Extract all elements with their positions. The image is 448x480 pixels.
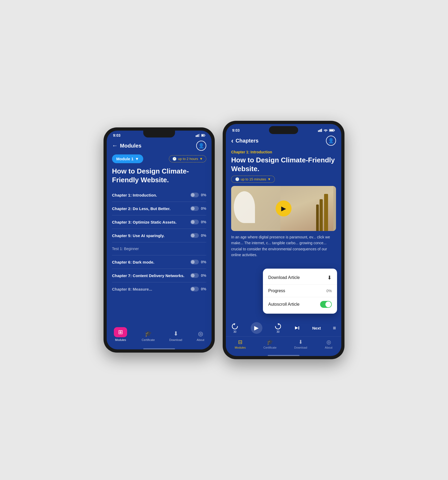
nav-about-1[interactable]: ◎ About [197,330,204,341]
clock-icon-1: 🕐 [172,157,177,161]
progress-4: 0% [190,233,206,238]
menu-download-article[interactable]: Download Article ⬇ [263,271,337,285]
course-title-1: How to Design Climate-Friendly Website. [107,166,212,188]
module-button[interactable]: Module 1 ▼ [112,154,143,163]
nav-modules-bg: ⊞ [114,327,127,337]
brush-2 [320,199,323,231]
toggle-7[interactable] [190,273,199,278]
time-1: 9:03 [113,133,120,137]
certificate-icon-1: 🎓 [145,330,152,337]
module-dropdown-icon: ▼ [135,157,139,161]
header-title-1: Modules [120,143,141,149]
chapter-name-5: Test 1: Beginner [112,247,206,251]
svg-rect-0 [196,135,196,137]
nav-download-2[interactable]: ⬇ Download [294,339,307,349]
phone-1: 9:03 ← Modules [104,127,215,353]
next-label: Next [312,326,321,330]
signal-icon-2 [318,129,322,132]
nav-modules-2[interactable]: ⊟ Modules [235,339,246,349]
next-button[interactable]: Next [312,326,321,330]
chapter-item-8[interactable]: Chapter 8: Measure... 0% [112,282,206,296]
time-dropdown-2: ▼ [267,177,271,181]
phone-2-screen: 9:03 [226,124,341,356]
brush-3 [316,205,319,231]
video-thumbnail[interactable]: ▶ [231,186,336,231]
nav-certificate-label-2: Certificate [263,346,277,349]
back-button-1[interactable]: ← [112,142,118,149]
nav-modules-1[interactable]: ⊞ Modules [114,327,127,341]
pct-6: 0% [201,260,206,264]
module-label: Module 1 [116,157,133,161]
chapter-item-5[interactable]: Test 1: Beginner [112,242,206,255]
progress-value: 0% [326,289,332,293]
toggle-3[interactable] [190,220,199,224]
menu-autoscroll[interactable]: Autoscroll Article [263,297,337,312]
nav-download-label-1: Download [169,338,182,341]
avatar-2[interactable]: 👤 [326,136,336,146]
forward-button[interactable]: 30 [274,323,282,333]
time-badge-1[interactable]: 🕐 up to 2 hours ▼ [169,155,206,162]
header-left-1[interactable]: ← Modules [112,142,141,149]
pct-2: 0% [201,206,206,211]
time-badge-dropdown-1: ▼ [199,157,203,161]
svg-rect-10 [321,129,322,132]
wifi-icon-2 [324,129,328,132]
chapter-item-1[interactable]: Chapter 1: Introduction. 0% [112,188,206,202]
chapter-name-2: Chapter 2: Do Less, But Better. [112,206,190,211]
svg-rect-9 [320,129,321,132]
header-2: ‹ Chapters 👤 [226,134,341,148]
chapter-name-7: Chapter 7: Content Delivery Networks. [112,273,190,278]
chapter-name-4: Chapter 5: Use AI sparingly. [112,233,190,238]
nav-certificate-1[interactable]: 🎓 Certificate [142,330,155,341]
chapter-item-3[interactable]: Chapter 3: Optimize Static Assets. 0% [112,215,206,229]
menu-button[interactable]: ≡ [333,325,336,331]
progress-7: 0% [190,273,206,278]
deco-shape [234,191,255,223]
toggle-2[interactable] [190,206,199,211]
avatar-1[interactable]: 👤 [196,141,206,151]
nav-download-label-2: Download [294,346,307,349]
home-indicator-2 [268,355,299,356]
modules-icon-2: ⊟ [238,339,243,345]
play-control[interactable]: ▶ [251,322,262,334]
chapter-item-2[interactable]: Chapter 2: Do Less, But Better. 0% [112,202,206,215]
play-button[interactable]: ▶ [276,201,292,216]
avatar-icon-1: 👤 [198,143,204,149]
back-button-2[interactable]: ‹ [231,137,234,145]
toggle-1[interactable] [190,193,199,197]
time-badge-label-1: up to 2 hours [178,157,198,161]
svg-rect-8 [319,130,320,132]
bottom-nav-2: ⊟ Modules 🎓 Certificate ⬇ Download ◎ Abo… [226,336,341,354]
context-menu: Download Article ⬇ Progress 0% Autoscrol… [263,269,337,314]
rewind-button[interactable]: 30 [231,323,239,333]
toggle-4[interactable] [190,233,199,238]
nav-certificate-2[interactable]: 🎓 Certificate [263,339,277,349]
play-ctrl-icon: ▶ [254,325,259,331]
autoscroll-toggle[interactable] [320,301,332,308]
bottom-nav-1: ⊞ Modules 🎓 Certificate ⬇ Download ◎ Abo… [107,325,212,347]
certificate-icon-2: 🎓 [267,339,273,345]
pct-4: 0% [201,233,206,238]
nav-download-1[interactable]: ⬇ Download [169,330,182,341]
download-article-label: Download Article [268,275,300,280]
header-title-2: Chapters [236,138,259,144]
toggle-8[interactable] [190,287,199,291]
menu-progress[interactable]: Progress 0% [263,285,337,297]
svg-rect-3 [199,134,200,137]
about-icon-2: ◎ [326,339,331,345]
forward-icon [274,323,282,330]
phone-2: 9:03 [223,121,344,359]
dynamic-island [269,126,298,134]
chapter-item-4[interactable]: Chapter 5: Use AI sparingly. 0% [112,229,206,242]
chapter-item-6[interactable]: Chapter 6: Dark mode. 0% [112,255,206,269]
chapter-name-1: Chapter 1: Introduction. [112,193,190,197]
header-left-2[interactable]: ‹ Chapters [231,137,258,145]
nav-modules-label-1: Modules [115,338,126,341]
toggle-6[interactable] [190,260,199,264]
skip-next-button[interactable] [294,325,300,331]
time-badge-2[interactable]: 🕐 up to 15 minutes ▼ [231,176,275,183]
chapter-item-7[interactable]: Chapter 7: Content Delivery Networks. 0% [112,269,206,282]
status-icons-2 [318,129,335,132]
audio-controls: 30 ▶ 30 [226,320,341,336]
nav-about-2[interactable]: ◎ About [325,339,333,349]
